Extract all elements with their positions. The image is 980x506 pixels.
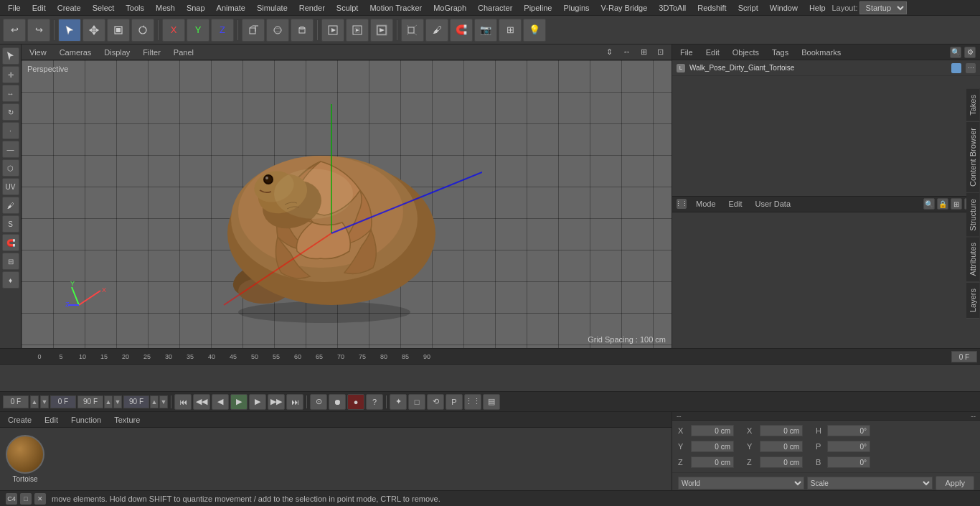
tl-last-frame[interactable]: ⏭ bbox=[286, 394, 303, 410]
tab-structure[interactable]: Structure bbox=[966, 193, 980, 238]
sidebar-move-btn[interactable]: ✛ bbox=[2, 66, 19, 83]
viewport-icon-settings[interactable]: ⊡ bbox=[654, 46, 667, 58]
sphere-tool[interactable] bbox=[266, 19, 289, 42]
sidebar-edge-btn[interactable]: — bbox=[2, 141, 19, 158]
tl-prev-frame[interactable]: ◀ bbox=[212, 394, 229, 410]
timeline-content[interactable] bbox=[0, 365, 980, 391]
object-color-dot[interactable] bbox=[951, 63, 961, 73]
light-btn[interactable]: 💡 bbox=[523, 19, 546, 42]
object-dots-icon[interactable]: ⋯ bbox=[966, 63, 976, 73]
move-tool[interactable] bbox=[83, 19, 105, 42]
tl-motion-btn[interactable]: ✦ bbox=[390, 394, 407, 410]
menu-window[interactable]: Window bbox=[765, 2, 803, 14]
menu-tools[interactable]: Tools bbox=[121, 2, 149, 14]
om-tags-menu[interactable]: Tags bbox=[768, 47, 792, 58]
attr-handle-icon[interactable]: ⋮⋮ bbox=[677, 199, 687, 209]
render-region-btn[interactable] bbox=[346, 19, 369, 42]
sidebar-select-btn[interactable] bbox=[2, 47, 19, 65]
status-icon-close[interactable]: ✕ bbox=[34, 493, 46, 505]
attr-userdata-menu[interactable]: User Data bbox=[752, 198, 795, 210]
coord-scale-dropdown[interactable]: Scale bbox=[807, 477, 933, 489]
tl-record-btn[interactable]: ⊙ bbox=[310, 394, 327, 410]
select-tool[interactable] bbox=[58, 19, 81, 42]
tl-first-frame[interactable]: ⏮ bbox=[174, 394, 192, 410]
cube-tool[interactable] bbox=[242, 19, 265, 42]
tl-range-btn[interactable]: □ bbox=[408, 394, 425, 410]
menu-plugins[interactable]: Plugins bbox=[558, 2, 594, 14]
menu-motion-tracker[interactable]: Motion Tracker bbox=[364, 2, 427, 14]
coord-y-pos[interactable] bbox=[691, 441, 734, 452]
menu-snap[interactable]: Snap bbox=[182, 2, 210, 14]
viewport[interactable]: Perspective X Y Z bbox=[22, 60, 672, 348]
om-settings-icon[interactable]: ⚙ bbox=[964, 47, 976, 58]
sidebar-snap-btn[interactable]: 🧲 bbox=[2, 234, 19, 251]
menu-help[interactable]: Help bbox=[804, 2, 831, 14]
menu-mograph[interactable]: MoGraph bbox=[428, 2, 471, 14]
mat-function-menu[interactable]: Function bbox=[67, 414, 105, 426]
om-search-icon[interactable]: 🔍 bbox=[950, 47, 961, 58]
sidebar-sculpt-btn[interactable]: S bbox=[2, 215, 19, 233]
preview-end-down[interactable]: ▼ bbox=[159, 395, 168, 408]
render-btn[interactable] bbox=[321, 19, 344, 42]
menu-select[interactable]: Select bbox=[88, 2, 120, 14]
tl-prev-key[interactable]: ◀◀ bbox=[193, 394, 210, 410]
coord-z-pos[interactable] bbox=[691, 456, 734, 468]
mat-edit-menu[interactable]: Edit bbox=[41, 414, 62, 426]
attr-search-icon[interactable]: 🔍 bbox=[923, 198, 935, 210]
menu-file[interactable]: File bbox=[3, 2, 26, 14]
tl-play[interactable]: ▶ bbox=[230, 394, 248, 410]
preview-end-input[interactable] bbox=[123, 395, 149, 408]
tl-help-btn[interactable]: ? bbox=[366, 394, 383, 410]
z-axis-btn[interactable]: Z bbox=[211, 19, 234, 42]
end-frame-up[interactable]: ▲ bbox=[104, 395, 113, 408]
viewport-display-menu[interactable]: Display bbox=[100, 47, 133, 58]
tab-content-browser[interactable]: Content Browser bbox=[966, 122, 980, 193]
status-icon-cinema[interactable]: C4 bbox=[6, 493, 17, 505]
coord-p-size[interactable] bbox=[827, 441, 870, 452]
coord-world-dropdown[interactable]: World bbox=[678, 477, 804, 489]
menu-sculpt[interactable]: Sculpt bbox=[331, 2, 364, 14]
tl-next-frame[interactable]: ▶ bbox=[249, 394, 266, 410]
om-bookmarks-menu[interactable]: Bookmarks bbox=[798, 47, 844, 58]
coord-y-rot[interactable] bbox=[760, 441, 803, 452]
end-frame-input[interactable] bbox=[77, 395, 103, 408]
attr-expand-icon[interactable]: ⊞ bbox=[951, 198, 962, 210]
tl-keying-btn[interactable]: ● bbox=[347, 394, 364, 410]
sidebar-rotate-btn[interactable]: ↻ bbox=[2, 103, 19, 121]
coord-h-size[interactable] bbox=[827, 425, 870, 436]
coord-x-rot[interactable] bbox=[760, 425, 803, 436]
sidebar-scale-btn[interactable]: ↔ bbox=[2, 85, 19, 102]
menu-create[interactable]: Create bbox=[52, 2, 86, 14]
viewport-icon-expand[interactable]: ↔ bbox=[619, 46, 634, 58]
menu-pipeline[interactable]: Pipeline bbox=[519, 2, 557, 14]
scale-tool[interactable] bbox=[107, 19, 130, 42]
status-icon-min[interactable]: □ bbox=[20, 493, 32, 505]
material-item[interactable]: Tortoise bbox=[6, 435, 44, 483]
menu-character[interactable]: Character bbox=[473, 2, 517, 14]
viewport-icon-grid[interactable]: ⊞ bbox=[637, 46, 651, 58]
render-all-btn[interactable] bbox=[370, 19, 393, 42]
om-file-menu[interactable]: File bbox=[677, 47, 697, 58]
sidebar-poly-btn[interactable]: ⬡ bbox=[2, 159, 19, 177]
menu-redshift[interactable]: Redshift bbox=[692, 2, 731, 14]
mat-create-menu[interactable]: Create bbox=[4, 414, 35, 426]
sidebar-workplane-btn[interactable]: ⊟ bbox=[2, 253, 19, 270]
current-frame-input[interactable] bbox=[951, 351, 977, 362]
camera-btn[interactable]: 📷 bbox=[474, 19, 497, 42]
end-frame-down[interactable]: ▼ bbox=[113, 395, 122, 408]
mat-texture-menu[interactable]: Texture bbox=[110, 414, 143, 426]
menu-mesh[interactable]: Mesh bbox=[151, 2, 180, 14]
sidebar-point-btn[interactable]: · bbox=[2, 122, 19, 139]
attr-mode-menu[interactable]: Mode bbox=[692, 198, 720, 210]
viewport-panel-menu[interactable]: Panel bbox=[170, 47, 197, 58]
menu-edit[interactable]: Edit bbox=[27, 2, 51, 14]
viewport-cameras-menu[interactable]: Cameras bbox=[56, 47, 95, 58]
coord-x-pos[interactable] bbox=[691, 425, 734, 436]
sidebar-paint-btn[interactable]: 🖌 bbox=[2, 197, 19, 214]
magnet-btn[interactable]: 🧲 bbox=[450, 19, 473, 42]
sidebar-uv-btn[interactable]: UV bbox=[2, 178, 19, 195]
coord-b-size[interactable] bbox=[827, 456, 870, 468]
apply-button[interactable]: Apply bbox=[936, 476, 974, 490]
attr-edit-menu[interactable]: Edit bbox=[725, 198, 746, 210]
viewport-filter-menu[interactable]: Filter bbox=[139, 47, 164, 58]
